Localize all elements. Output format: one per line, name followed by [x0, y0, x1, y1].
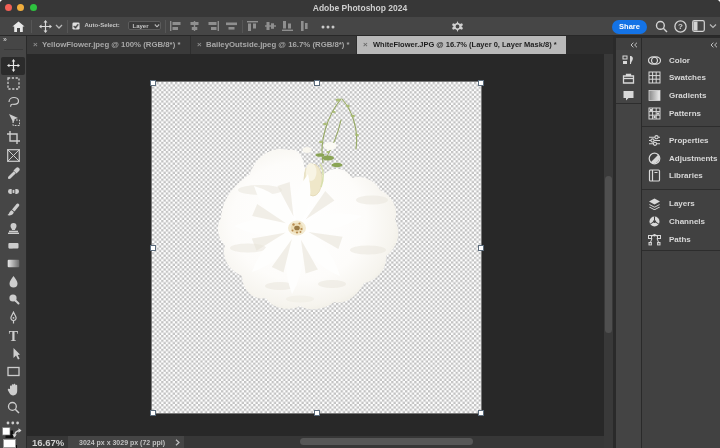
svg-text:?: ?	[678, 22, 683, 31]
svg-text:3024 px x 3029 px (72 ppi): 3024 px x 3029 px (72 ppi)	[79, 439, 165, 447]
svg-text:T: T	[9, 329, 19, 342]
